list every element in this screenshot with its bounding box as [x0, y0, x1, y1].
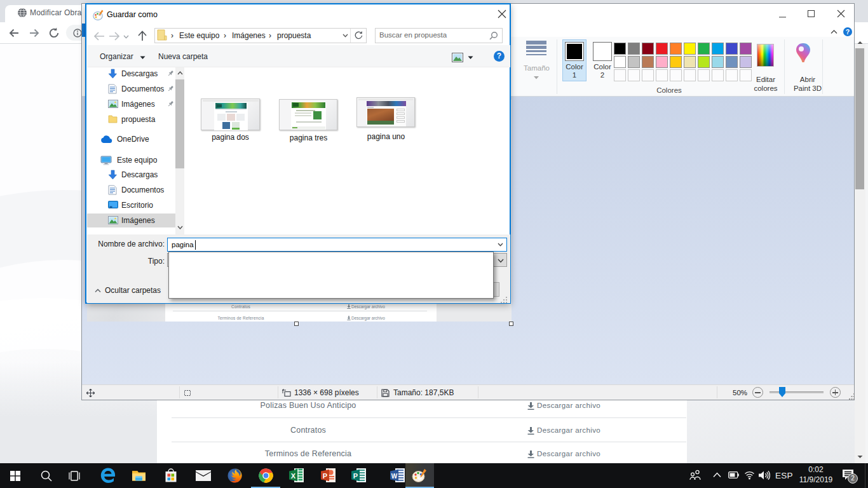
svg-text:P: P — [353, 472, 358, 480]
svg-text:P: P — [323, 472, 327, 480]
svg-text:W: W — [391, 473, 398, 480]
svg-text:X: X — [291, 472, 296, 480]
